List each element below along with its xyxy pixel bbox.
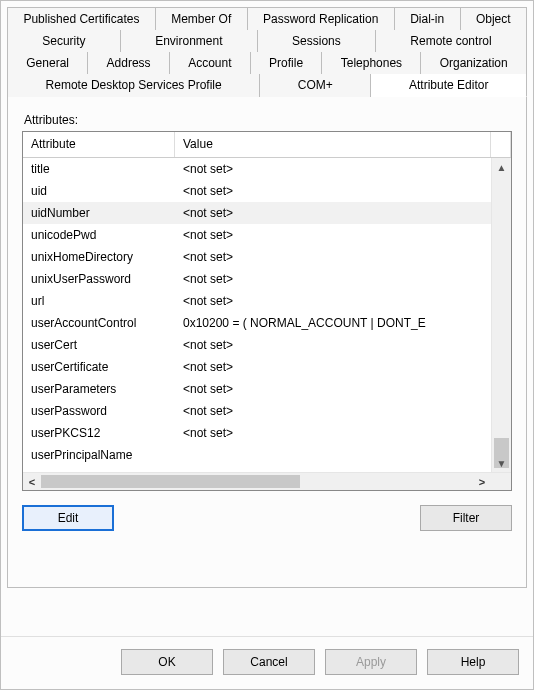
tab-security[interactable]: Security [7, 30, 121, 52]
tab-address[interactable]: Address [88, 52, 170, 74]
table-row[interactable]: userAccountControl0x10200 = ( NORMAL_ACC… [23, 312, 491, 334]
table-row[interactable]: unicodePwd<not set> [23, 224, 491, 246]
tab-password-replication[interactable]: Password Replication [248, 7, 395, 30]
column-header-value[interactable]: Value [175, 132, 491, 157]
attribute-value: <not set> [175, 162, 491, 176]
attribute-name: userPrincipalName [23, 448, 175, 462]
attribute-name: userCertificate [23, 360, 175, 374]
attribute-name: url [23, 294, 175, 308]
column-header-scroll-spacer [491, 132, 511, 157]
attribute-value: <not set> [175, 426, 491, 440]
tab-general[interactable]: General [7, 52, 88, 74]
horizontal-scrollbar[interactable]: < > [23, 472, 511, 490]
filter-button[interactable]: Filter [420, 505, 512, 531]
attribute-value: <not set> [175, 404, 491, 418]
table-row[interactable]: userCert<not set> [23, 334, 491, 356]
table-row[interactable]: unixUserPassword<not set> [23, 268, 491, 290]
attribute-name: unixHomeDirectory [23, 250, 175, 264]
attribute-name: title [23, 162, 175, 176]
help-button[interactable]: Help [427, 649, 519, 675]
listview-header: Attribute Value [23, 132, 511, 158]
column-header-attribute[interactable]: Attribute [23, 132, 175, 157]
attribute-value: <not set> [175, 360, 491, 374]
dialog-button-bar: OK Cancel Apply Help [1, 636, 533, 689]
attribute-value: 0x10200 = ( NORMAL_ACCOUNT | DONT_E [175, 316, 491, 330]
table-row[interactable]: title<not set> [23, 158, 491, 180]
attribute-value: <not set> [175, 338, 491, 352]
attribute-name: uidNumber [23, 206, 175, 220]
attribute-value: <not set> [175, 206, 491, 220]
tab-remote-control[interactable]: Remote control [376, 30, 527, 52]
scroll-left-icon[interactable]: < [23, 473, 41, 491]
tab-account[interactable]: Account [170, 52, 251, 74]
tab-organization[interactable]: Organization [421, 52, 527, 74]
tab-profile[interactable]: Profile [251, 52, 323, 74]
table-row[interactable]: userPassword<not set> [23, 400, 491, 422]
attribute-name: unixUserPassword [23, 272, 175, 286]
tab-member-of[interactable]: Member Of [156, 7, 248, 30]
scroll-down-icon[interactable]: ▼ [492, 454, 511, 472]
tab-environment[interactable]: Environment [121, 30, 258, 52]
tab-telephones[interactable]: Telephones [322, 52, 421, 74]
attribute-value: <not set> [175, 184, 491, 198]
apply-button[interactable]: Apply [325, 649, 417, 675]
attribute-name: unicodePwd [23, 228, 175, 242]
tab-strip: Published CertificatesMember OfPassword … [1, 1, 533, 97]
tab-dial-in[interactable]: Dial-in [395, 7, 461, 30]
cancel-button[interactable]: Cancel [223, 649, 315, 675]
attribute-value: <not set> [175, 382, 491, 396]
attribute-value: <not set> [175, 250, 491, 264]
table-row[interactable]: unixHomeDirectory<not set> [23, 246, 491, 268]
table-row[interactable]: uid<not set> [23, 180, 491, 202]
attribute-value: <not set> [175, 228, 491, 242]
attribute-name: userParameters [23, 382, 175, 396]
edit-button[interactable]: Edit [22, 505, 114, 531]
tab-object[interactable]: Object [461, 7, 527, 30]
tab-com-[interactable]: COM+ [260, 74, 371, 97]
attribute-name: userPassword [23, 404, 175, 418]
table-row[interactable]: userPrincipalName [23, 444, 491, 466]
scroll-up-icon[interactable]: ▲ [492, 158, 511, 176]
vertical-scrollbar[interactable]: ▲ ▼ [491, 158, 511, 472]
tab-sessions[interactable]: Sessions [258, 30, 376, 52]
scroll-right-icon[interactable]: > [473, 473, 491, 491]
table-row[interactable]: userPKCS12<not set> [23, 422, 491, 444]
table-row[interactable]: userParameters<not set> [23, 378, 491, 400]
attribute-value: <not set> [175, 272, 491, 286]
tab-attribute-editor[interactable]: Attribute Editor [371, 74, 527, 97]
table-row[interactable]: uidNumber<not set> [23, 202, 491, 224]
tab-remote-desktop-services-profile[interactable]: Remote Desktop Services Profile [7, 74, 260, 97]
ok-button[interactable]: OK [121, 649, 213, 675]
attributes-listview[interactable]: Attribute Value title<not set>uid<not se… [22, 131, 512, 491]
listview-body[interactable]: title<not set>uid<not set>uidNumber<not … [23, 158, 491, 472]
attribute-editor-panel: Attributes: Attribute Value title<not se… [7, 97, 527, 588]
table-row[interactable]: userCertificate<not set> [23, 356, 491, 378]
attribute-name: userAccountControl [23, 316, 175, 330]
properties-dialog: Published CertificatesMember OfPassword … [0, 0, 534, 690]
attribute-value: <not set> [175, 294, 491, 308]
attributes-label: Attributes: [24, 113, 512, 127]
hscroll-thumb[interactable] [41, 475, 300, 488]
attribute-name: uid [23, 184, 175, 198]
tab-published-certificates[interactable]: Published Certificates [7, 7, 156, 30]
attribute-name: userCert [23, 338, 175, 352]
attribute-name: userPKCS12 [23, 426, 175, 440]
table-row[interactable]: url<not set> [23, 290, 491, 312]
